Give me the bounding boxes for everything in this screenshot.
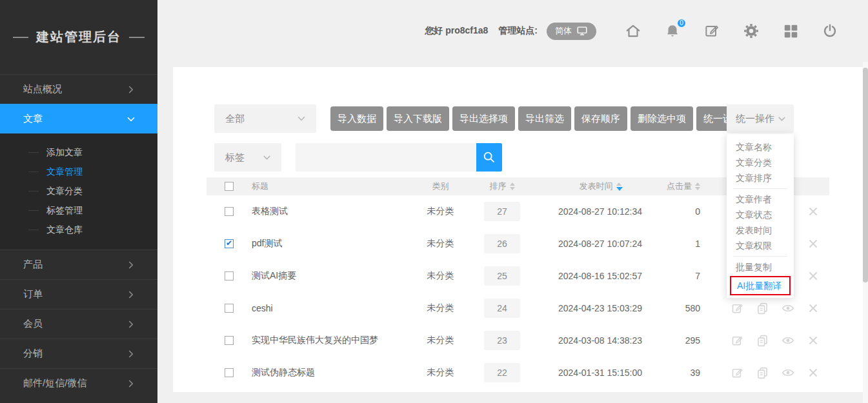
edit-icon[interactable] (731, 302, 744, 315)
scrollbar-thumb[interactable] (863, 68, 868, 282)
hit-count: 580 (652, 292, 700, 324)
row-checkbox[interactable] (225, 368, 234, 377)
article-category: 未分类 (419, 292, 461, 324)
apps-button[interactable] (782, 23, 799, 39)
hit-count: 295 (652, 324, 700, 357)
sidebar-item-mail-sms-wechat[interactable]: 邮件/短信/微信 (0, 368, 157, 398)
submenu-item-article-category[interactable]: 文章分类 (0, 181, 157, 201)
select-all-checkbox[interactable] (225, 182, 234, 191)
hit-count: 1 (652, 228, 700, 260)
category-filter-select[interactable]: 全部 (214, 104, 316, 133)
sort-order-field[interactable]: 23 (484, 331, 520, 350)
copy-icon[interactable] (756, 302, 769, 315)
delete-selected-button[interactable]: 删除选中项 (631, 106, 693, 131)
search-bar (296, 143, 502, 172)
sidebar-item-products[interactable]: 产品 (0, 250, 157, 279)
copy-icon[interactable] (756, 366, 769, 380)
tag-filter-select[interactable]: 标签 (214, 143, 281, 172)
publish-time: 2024-03-08 14:38:23 (558, 324, 643, 357)
column-header-publish-time[interactable]: 发表时间 (558, 177, 643, 195)
batch-operation-menu: 文章名称 文章分类 文章排序 文章作者 文章状态 发表时间 文章权限 批量复制 … (727, 134, 794, 298)
edit-site-button[interactable] (703, 23, 720, 39)
menu-item-article-author[interactable]: 文章作者 (727, 192, 794, 207)
submenu-item-article-management[interactable]: 文章管理 (0, 162, 157, 181)
sort-order-field[interactable]: 27 (484, 202, 520, 221)
article-title: 测试伪静态标题 (252, 357, 315, 389)
column-header-hits[interactable]: 点击量 (652, 177, 700, 195)
copy-icon[interactable] (756, 334, 769, 348)
menu-item-article-status[interactable]: 文章状态 (727, 207, 794, 222)
menu-item-article-permission[interactable]: 文章权限 (727, 238, 794, 253)
row-checkbox[interactable] (225, 304, 234, 313)
close-icon[interactable] (807, 270, 820, 282)
hit-count: 0 (652, 195, 700, 228)
hit-count: 7 (652, 260, 700, 292)
notifications-button[interactable]: 0 (664, 23, 681, 39)
article-category: 未分类 (419, 260, 461, 292)
batch-operation-dropdown[interactable]: 统一操作 (727, 104, 794, 133)
eye-icon[interactable] (781, 333, 795, 348)
sort-order-field[interactable]: 25 (484, 266, 520, 286)
sort-order-field[interactable]: 26 (484, 234, 520, 253)
sidebar-item-distribution[interactable]: 分销 (0, 339, 157, 368)
save-order-button[interactable]: 保存顺序 (574, 106, 627, 131)
sort-arrows-icon[interactable] (510, 182, 515, 190)
article-title: 测试AI摘要 (252, 260, 296, 292)
export-selected-button[interactable]: 导出选择项 (452, 106, 515, 131)
import-download-button[interactable]: 导入下载版 (387, 106, 449, 131)
edit-icon[interactable] (731, 334, 744, 348)
close-icon[interactable] (807, 205, 820, 218)
menu-item-article-sort[interactable]: 文章排序 (727, 170, 794, 186)
close-icon[interactable] (807, 302, 820, 315)
edit-icon[interactable] (731, 366, 744, 380)
sidebar-item-articles[interactable]: 文章 (0, 104, 157, 133)
close-icon[interactable] (807, 366, 820, 379)
chevron-right-icon (125, 348, 137, 360)
chevron-right-icon (125, 289, 137, 300)
menu-item-publish-time[interactable]: 发表时间 (727, 222, 794, 238)
home-button[interactable] (625, 23, 641, 39)
menu-item-article-category[interactable]: 文章分类 (727, 155, 794, 170)
vertical-scrollbar[interactable] (863, 62, 868, 403)
sort-arrows-icon[interactable] (616, 182, 623, 191)
submenu-item-tag-management[interactable]: 标签管理 (0, 201, 157, 220)
sort-arrows-icon[interactable] (695, 182, 700, 190)
row-checkbox[interactable] (225, 271, 234, 280)
sort-order-field[interactable]: 24 (484, 299, 520, 318)
import-data-button[interactable]: 导入数据 (330, 106, 383, 131)
column-header-sort[interactable]: 排序 (484, 177, 520, 195)
search-button[interactable] (476, 143, 502, 172)
eye-icon[interactable] (781, 366, 795, 380)
settings-button[interactable] (743, 23, 760, 39)
row-checkbox[interactable] (225, 207, 234, 216)
notification-badge: 0 (676, 18, 687, 28)
app-title: 建站管理后台 (0, 0, 157, 74)
bulk-action-buttons: 导入数据 导入下载版 导出选择项 导出筛选 保存顺序 删除选中项 统一设置SEO (330, 106, 770, 131)
search-input[interactable] (296, 143, 476, 172)
close-icon[interactable] (807, 237, 820, 250)
export-filtered-button[interactable]: 导出筛选 (518, 106, 571, 131)
sort-order-field[interactable]: 22 (484, 363, 520, 382)
logout-button[interactable] (822, 23, 838, 39)
row-checkbox[interactable] (225, 336, 234, 345)
top-header: 您好 pro8cf1a8 管理站点: 简体 0 (157, 0, 868, 62)
language-switch-pill[interactable]: 简体 (547, 23, 596, 40)
eye-icon[interactable] (781, 301, 795, 315)
content-card: 全部 导入数据 导入下载版 导出选择项 导出筛选 保存顺序 删除选中项 统一设置… (173, 67, 863, 392)
menu-item-batch-copy[interactable]: 批量复制 (727, 259, 794, 275)
menu-item-article-name[interactable]: 文章名称 (727, 139, 794, 155)
chevron-right-icon (125, 378, 137, 389)
sidebar-item-site-overview[interactable]: 站点概况 (0, 74, 157, 104)
menu-divider (733, 256, 787, 257)
sidebar-item-orders[interactable]: 订单 (0, 279, 157, 309)
close-icon[interactable] (807, 334, 820, 347)
power-icon (822, 23, 838, 39)
menu-item-ai-batch-translate[interactable]: AI批量翻译 (730, 276, 791, 295)
submenu-item-add-article[interactable]: 添加文章 (0, 143, 157, 162)
row-checkbox[interactable] (225, 239, 234, 248)
publish-time: 2024-04-23 15:03:29 (558, 292, 643, 324)
submenu-item-article-warehouse[interactable]: 文章仓库 (0, 220, 157, 239)
article-category: 未分类 (419, 357, 461, 389)
grid-icon (782, 23, 799, 39)
sidebar-item-members[interactable]: 会员 (0, 309, 157, 339)
